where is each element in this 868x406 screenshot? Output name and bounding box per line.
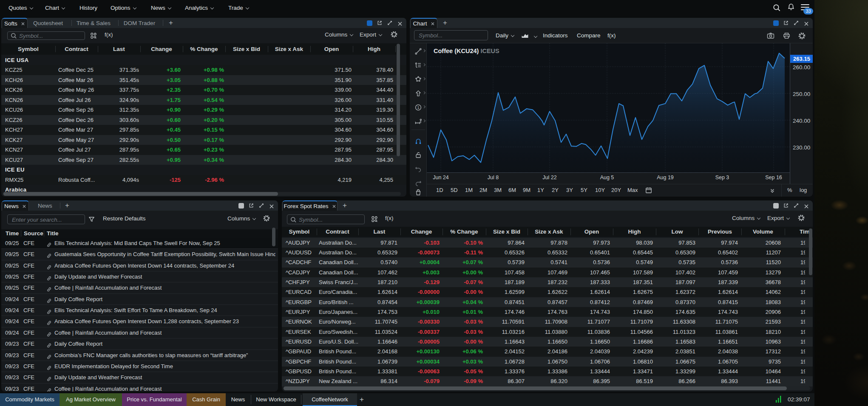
svg-text:1: 1 — [417, 105, 419, 110]
